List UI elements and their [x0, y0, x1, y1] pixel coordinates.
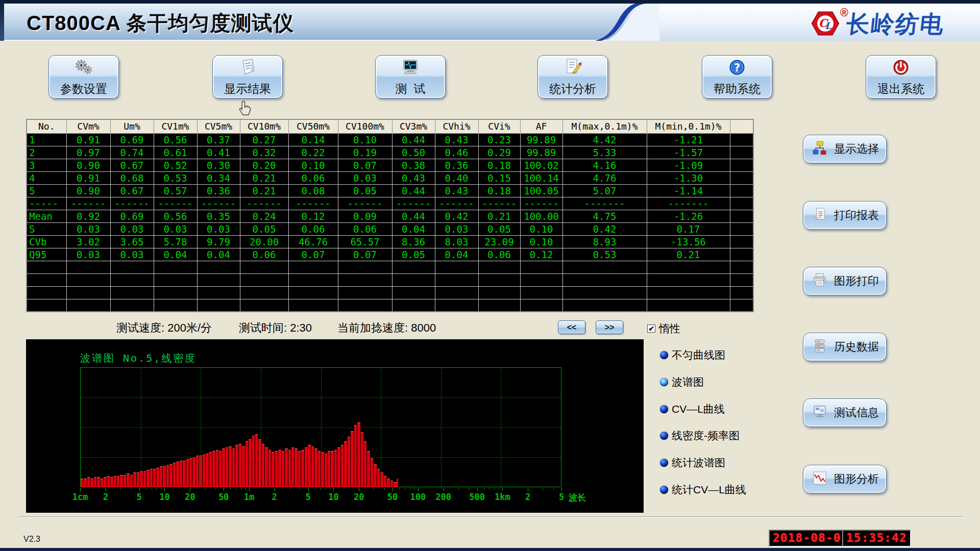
table-cell [562, 299, 647, 312]
h-gridline [81, 457, 561, 458]
chart-option-stat-spectrogram[interactable]: 统计波谱图 [660, 457, 725, 469]
side-button-display-select[interactable]: 显示选择 [803, 135, 887, 163]
spectrum-bar [344, 441, 347, 487]
major-tick [190, 488, 190, 491]
table-row-test[interactable]: 30.900.670.520.300.200.100.070.380.360.1… [27, 159, 753, 171]
chart-option-unevenness-curve[interactable]: 不匀曲线图 [660, 349, 725, 361]
test-speed-label: 测试速度: [116, 321, 164, 334]
side-button-history-data[interactable]: 历史数据 [803, 333, 887, 361]
radio-icon [660, 486, 668, 494]
spectrum-baseline [81, 486, 397, 487]
table-cell: 0.04 [197, 248, 240, 261]
h-gridline [81, 428, 561, 428]
toolbar-button-params[interactable]: 参数设置 [48, 55, 119, 98]
minor-tick [315, 488, 315, 490]
side-button-graph-analysis[interactable]: 图形分析 [803, 465, 887, 493]
test-speed-value: 200米/分 [167, 321, 212, 334]
spectrum-bar [226, 447, 228, 487]
table-cell: ------ [110, 197, 154, 210]
spectrum-bar [255, 434, 258, 487]
spectrum-bar [361, 432, 363, 487]
table-cell: 0.41 [197, 146, 240, 159]
table-cell: Mean [27, 210, 66, 222]
table-cell: 99.89 [520, 133, 562, 146]
table-cell: 0.21 [478, 210, 520, 222]
table-cell [478, 261, 520, 273]
x-tick-label: 100 [410, 492, 426, 502]
table-cell: 0.15 [478, 171, 520, 184]
toolbar-button-exit[interactable]: 退出系统 [866, 55, 936, 98]
table-row-summary: CVb3.023.655.789.7920.0046.7665.578.368.… [27, 235, 753, 248]
spectrum-bar [186, 459, 189, 487]
side-button-print-report[interactable]: 打印报表 [803, 201, 887, 230]
table-cell [338, 273, 392, 286]
minor-tick [321, 488, 321, 490]
major-tick [333, 488, 334, 491]
minor-tick [458, 488, 459, 490]
table-cell [27, 286, 66, 299]
spectrum-bar [311, 446, 314, 487]
table-cell: 0.10 [338, 133, 392, 146]
spectrum-bar [314, 448, 317, 487]
table-row-empty [27, 299, 753, 312]
table-cell: ------ [338, 197, 392, 210]
toolbar-button-test[interactable]: 测 试 [375, 55, 446, 98]
spectrum-bar [291, 447, 294, 487]
toolbar-button-label: 测 试 [396, 81, 426, 97]
table-cell: ------ [66, 197, 110, 210]
spectrum-bar [180, 461, 182, 487]
prev-page-button[interactable]: << [558, 320, 585, 334]
side-button-label: 历史数据 [834, 339, 879, 355]
application-window: CT800CA 条干均匀度测试仪 C L ® 长岭纺电 [0, 0, 980, 551]
spectrum-bar [239, 444, 241, 487]
table-cell: 0.44 [392, 184, 435, 197]
table-cell [730, 146, 753, 159]
side-button-test-info[interactable]: 测试信息 [803, 398, 887, 427]
page-title: CT800CA 条干均匀度测试仪 [27, 9, 293, 37]
minor-tick [289, 488, 290, 490]
table-cell: ------ [240, 197, 288, 210]
table-cell: 0.32 [240, 146, 288, 159]
chart-title: 波谱图 No.5,线密度 [80, 352, 197, 365]
chart-option-density-frequency[interactable]: 线密度-频率图 [660, 430, 740, 442]
chart-option-cv-l-curve[interactable]: CV—L曲线 [660, 403, 725, 415]
minor-tick [236, 488, 236, 490]
spectrum-bar [143, 471, 146, 487]
toolbar-button-help[interactable]: ?帮助系统 [702, 55, 772, 98]
table-cell [27, 273, 66, 286]
display-select-icon [812, 140, 828, 158]
table-cell [647, 286, 730, 299]
side-button-label: 测试信息 [834, 405, 879, 420]
inertia-checkbox[interactable]: ✔ [647, 324, 655, 333]
next-page-button[interactable]: >> [596, 320, 623, 334]
major-tick [528, 488, 528, 491]
toolbar-button-results[interactable]: 显示结果 [212, 55, 283, 98]
spectrum-bar [301, 450, 304, 487]
table-row-test[interactable]: 10.910.690.560.370.270.140.100.440.430.2… [27, 133, 753, 146]
radio-icon [660, 432, 668, 440]
side-button-graph-print[interactable]: 图形打印 [803, 267, 887, 295]
table-row-empty [27, 286, 753, 299]
toolbar-button-label: 统计分析 [549, 81, 596, 97]
toolbar-button-stats[interactable]: 统计分析 [537, 55, 608, 98]
table-cell: 5 [27, 184, 66, 197]
table-row-test[interactable]: 50.900.670.570.360.210.080.050.440.430.1… [27, 184, 753, 197]
spectrum-bar [308, 445, 310, 487]
chart-option-spectrogram[interactable]: 波谱图 [660, 376, 704, 388]
chart-option-stat-cv-l-curve[interactable]: 统计CV—L曲线 [660, 484, 746, 496]
table-row-test[interactable]: 40.910.680.530.340.210.060.030.430.400.1… [27, 171, 753, 184]
table-row-test[interactable]: 20.970.740.610.410.320.220.190.500.460.2… [27, 146, 753, 159]
brand-emblem-icon: C L ® [811, 10, 840, 39]
table-cell [197, 286, 240, 299]
table-cell [520, 273, 562, 286]
table-cell [562, 286, 647, 299]
chart-option-label: 不匀曲线图 [672, 348, 725, 362]
table-cell: 0.36 [197, 184, 240, 197]
table-cell: 0.44 [392, 133, 435, 146]
table-cell [110, 261, 154, 273]
table-cell: 0.91 [66, 133, 110, 146]
spectrum-bar [357, 422, 360, 487]
table-cell: 0.21 [240, 184, 288, 197]
major-tick [418, 488, 419, 491]
table-cell [478, 299, 520, 312]
